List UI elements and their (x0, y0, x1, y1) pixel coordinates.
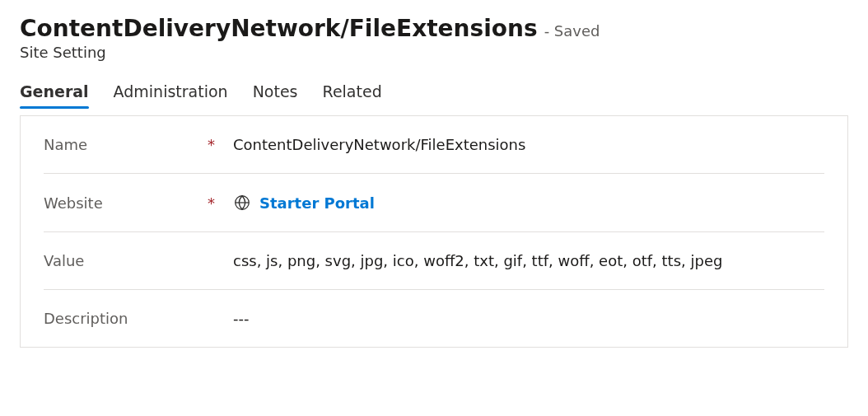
value-field[interactable]: css, js, png, svg, jpg, ico, woff2, txt,… (233, 252, 824, 269)
save-state: - Saved (544, 22, 600, 40)
page-header: ContentDeliveryNetwork/FileExtensions - … (20, 15, 848, 61)
field-label-value: Value (44, 252, 233, 269)
field-value-text: css, js, png, svg, jpg, ico, woff2, txt,… (233, 252, 722, 269)
label-text: Value (44, 252, 84, 269)
field-row-website: Website * Starter Portal (44, 174, 824, 232)
tab-administration[interactable]: Administration (114, 79, 228, 107)
field-label-website: Website * (44, 194, 233, 212)
tab-general[interactable]: General (20, 79, 89, 107)
label-text: Description (44, 310, 128, 327)
globe-icon (233, 194, 251, 212)
field-row-name: Name * ContentDeliveryNetwork/FileExtens… (44, 116, 824, 174)
website-link[interactable]: Starter Portal (259, 194, 375, 212)
field-label-name: Name * (44, 136, 233, 153)
label-text: Website (44, 194, 103, 212)
website-field[interactable]: Starter Portal (233, 194, 824, 212)
general-panel: Name * ContentDeliveryNetwork/FileExtens… (20, 115, 848, 348)
tab-related[interactable]: Related (323, 79, 382, 107)
required-indicator: * (208, 136, 215, 153)
label-text: Name (44, 136, 87, 153)
page-title: ContentDeliveryNetwork/FileExtensions (20, 15, 538, 42)
tab-bar: General Administration Notes Related (20, 79, 848, 107)
field-value-text: --- (233, 310, 250, 327)
name-field[interactable]: ContentDeliveryNetwork/FileExtensions (233, 136, 824, 153)
field-label-description: Description (44, 310, 233, 327)
tab-notes[interactable]: Notes (253, 79, 298, 107)
field-value-text: ContentDeliveryNetwork/FileExtensions (233, 136, 525, 153)
required-indicator: * (208, 194, 215, 212)
field-row-value: Value css, js, png, svg, jpg, ico, woff2… (44, 232, 824, 290)
field-row-description: Description --- (44, 290, 824, 347)
description-field[interactable]: --- (233, 310, 824, 327)
entity-type-label: Site Setting (20, 44, 848, 61)
